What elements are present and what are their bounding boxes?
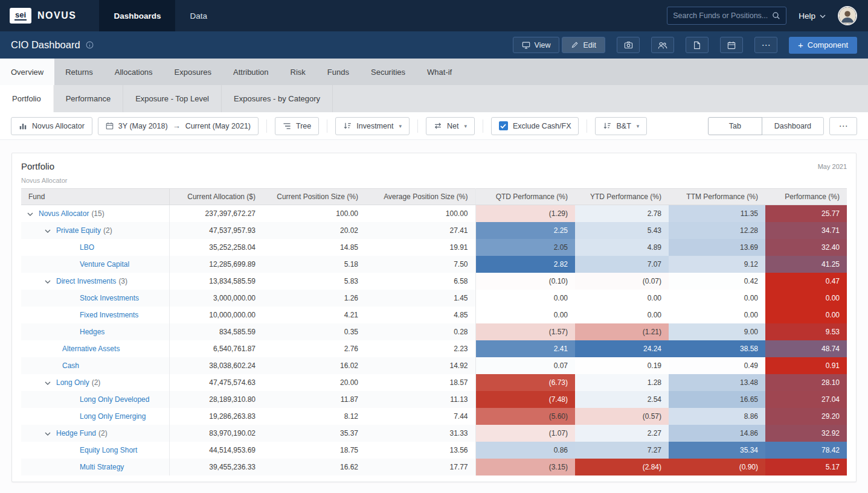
caret-down-icon[interactable]: [45, 229, 56, 233]
users-button[interactable]: [651, 37, 674, 53]
info-icon[interactable]: [86, 41, 94, 49]
table-row[interactable]: Long Only Developed28,189,310.8011.8711.…: [21, 391, 847, 408]
caret-down-icon[interactable]: [45, 279, 56, 284]
fund-link[interactable]: Hedges: [80, 328, 104, 336]
subtab-exposure-top-level[interactable]: Exposure - Top Level: [123, 85, 222, 112]
table-row[interactable]: Hedge Fund(2)83,970,190.0235.3731.33(1.0…: [21, 425, 847, 442]
tab-risk[interactable]: Risk: [280, 59, 317, 85]
report-button[interactable]: [686, 37, 709, 53]
fund-link[interactable]: Equity Long Short: [80, 446, 137, 454]
fund-link[interactable]: LBO: [80, 243, 94, 252]
cell-cps: 16.62: [263, 459, 365, 476]
caret-down-icon[interactable]: [45, 431, 56, 436]
tab-allocations[interactable]: Allocations: [104, 59, 164, 85]
fund-link[interactable]: Fixed Investments: [80, 311, 138, 319]
tab-returns[interactable]: Returns: [54, 59, 104, 85]
column-header[interactable]: TTM Performance (%): [669, 189, 765, 205]
table-row[interactable]: Direct Investments(3)13,834,585.595.836.…: [21, 273, 847, 290]
fund-link[interactable]: Direct Investments: [56, 277, 116, 285]
content-area: Portfolio Novus Allocator May 2021 FundC…: [0, 140, 868, 482]
subtab-performance[interactable]: Performance: [54, 85, 123, 112]
table-row[interactable]: Long Only Emerging19,286,263.838.127.44(…: [21, 408, 847, 425]
dashboard-mode-button[interactable]: Dashboard: [762, 117, 824, 135]
column-header[interactable]: YTD Performance (%): [575, 189, 669, 205]
fund-link[interactable]: Long Only Emerging: [80, 412, 146, 421]
view-button[interactable]: View: [513, 37, 560, 53]
fund-count: (2): [98, 429, 108, 437]
cell-cps: 1.26: [263, 290, 365, 307]
caret-down-icon[interactable]: [45, 381, 56, 385]
table-row[interactable]: Fixed Investments10,000,000.004.214.850.…: [21, 307, 847, 323]
toolbar-divider: [417, 119, 418, 133]
fund-link[interactable]: Multi Strategy: [80, 463, 124, 471]
cell-ytd: 24.24: [575, 340, 669, 357]
tab-funds[interactable]: Funds: [317, 59, 360, 85]
tree-toggle-button[interactable]: Tree: [275, 117, 319, 135]
toolbar-more-button[interactable]: ⋯: [829, 117, 857, 135]
table-row[interactable]: Private Equity(2)47,537,957.9320.0227.41…: [21, 222, 847, 239]
column-header[interactable]: Fund: [21, 189, 169, 205]
bt-sort-dropdown[interactable]: B&T ▾: [595, 117, 647, 135]
fund-link[interactable]: Hedge Fund: [56, 429, 96, 437]
fund-link[interactable]: Alternative Assets: [62, 345, 120, 353]
schedule-button[interactable]: [720, 37, 743, 53]
subtab-portfolio[interactable]: Portfolio: [0, 85, 54, 112]
column-header[interactable]: Current Position Size (%): [263, 189, 365, 205]
caret-down-icon[interactable]: [27, 212, 39, 216]
tab-mode-button[interactable]: Tab: [708, 117, 762, 135]
column-header[interactable]: Current Allocation ($): [169, 189, 263, 205]
tab-securities[interactable]: Securities: [360, 59, 416, 85]
column-header[interactable]: Average Position Size (%): [365, 189, 475, 205]
sei-logo-text: sei: [14, 11, 27, 21]
fund-link[interactable]: Long Only Developed: [80, 395, 149, 404]
group-by-dropdown[interactable]: Investment ▾: [335, 117, 410, 135]
panel-title: Portfolio: [21, 161, 67, 171]
tab-exposures[interactable]: Exposures: [164, 59, 222, 85]
table-row[interactable]: Long Only(2)47,475,574.6320.0018.57(6.73…: [21, 374, 847, 391]
search-input[interactable]: [673, 11, 772, 20]
fund-link[interactable]: Venture Capital: [80, 260, 129, 269]
column-header[interactable]: QTD Performance (%): [475, 189, 575, 205]
table-row[interactable]: Hedges834,585.590.350.28(1.57)(1.21)9.00…: [21, 323, 847, 340]
header-more-button[interactable]: ⋯: [754, 37, 777, 53]
search-icon[interactable]: [772, 11, 780, 20]
fund-link[interactable]: Cash: [62, 361, 79, 370]
add-component-button[interactable]: + Component: [789, 37, 857, 54]
column-header[interactable]: Performance (%): [765, 189, 847, 205]
cell-qtd: (6.73): [475, 374, 575, 391]
table-row[interactable]: Stock Investments3,000,000.001.261.450.0…: [21, 290, 847, 307]
exclude-cashfx-toggle[interactable]: Exclude Cash/FX: [491, 117, 579, 135]
table-row[interactable]: Alternative Assets6,540,761.872.762.232.…: [21, 340, 847, 357]
tab-attribution[interactable]: Attribution: [222, 59, 280, 85]
portfolio-selector-button[interactable]: Novus Allocator: [11, 117, 92, 135]
table-row[interactable]: Venture Capital12,285,699.895.187.502.82…: [21, 256, 847, 273]
top-navbar: sei NOVUS DashboardsData Help: [0, 0, 868, 31]
table-row[interactable]: Cash38,038,602.2416.0214.920.070.190.490…: [21, 357, 847, 374]
checkbox-checked-icon[interactable]: [499, 121, 508, 130]
table-row[interactable]: LBO35,252,258.0414.8519.912.054.8913.693…: [21, 239, 847, 256]
fund-link[interactable]: Stock Investments: [80, 294, 139, 302]
fund-link[interactable]: Novus Allocator: [39, 209, 89, 218]
net-dropdown[interactable]: Net ▾: [426, 117, 475, 135]
tab-what-if[interactable]: What-if: [416, 59, 463, 85]
sei-logo[interactable]: sei: [10, 8, 31, 24]
fund-link[interactable]: Private Equity: [56, 226, 101, 235]
cell-cps: 5.18: [263, 256, 365, 273]
table-row[interactable]: Equity Long Short44,514,953.6918.7513.56…: [21, 442, 847, 459]
camera-button[interactable]: [617, 37, 640, 53]
date-range-button[interactable]: 3Y (May 2018) → Current (May 2021): [98, 117, 259, 135]
bt-sort-label: B&T: [616, 122, 631, 130]
edit-button[interactable]: Edit: [562, 37, 605, 53]
nav-item-dashboards[interactable]: Dashboards: [99, 0, 175, 31]
nav-item-data[interactable]: Data: [175, 0, 222, 31]
cell-aps: 17.77: [365, 459, 475, 476]
cell-ytd: 4.89: [575, 239, 669, 256]
tab-overview[interactable]: Overview: [0, 59, 54, 85]
help-menu[interactable]: Help: [799, 11, 826, 21]
help-label: Help: [799, 11, 815, 21]
subtab-exposures-by-category[interactable]: Exposures - by Category: [222, 85, 333, 112]
fund-link[interactable]: Long Only: [56, 378, 89, 387]
user-avatar[interactable]: [838, 6, 857, 25]
table-row[interactable]: Novus Allocator(15)237,397,672.27100.001…: [21, 205, 847, 222]
table-row[interactable]: Multi Strategy39,455,236.3316.6217.77(3.…: [21, 459, 847, 476]
